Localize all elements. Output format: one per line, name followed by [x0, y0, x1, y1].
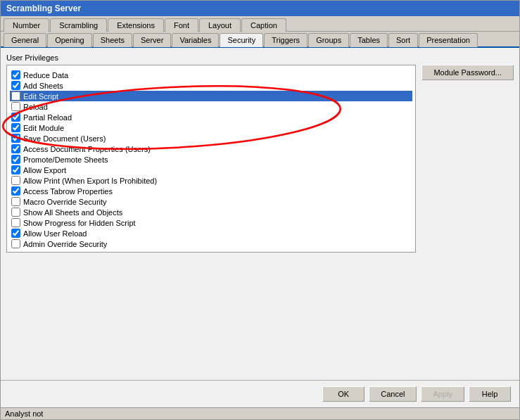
checkbox-item-access_document_properties_users[interactable]: Access Document Properties (Users): [10, 144, 412, 154]
checkbox-edit_module[interactable]: [11, 123, 20, 132]
tab-number[interactable]: Number: [4, 18, 49, 32]
checkbox-partial_reload[interactable]: [11, 113, 20, 122]
checkbox-item-partial_reload[interactable]: Partial Reload: [10, 112, 412, 122]
titlebar: Scrambling Server: [1, 1, 519, 16]
tab-scrambling[interactable]: Scrambling: [50, 18, 107, 32]
checkbox-access_document_properties_users[interactable]: [11, 144, 20, 153]
tab-row-2: General Opening Sheets Server Variables …: [1, 32, 519, 48]
tab-sort[interactable]: Sort: [388, 33, 418, 47]
module-password-button[interactable]: Module Password...: [421, 65, 514, 80]
checkbox-item-edit_script[interactable]: Edit Script: [10, 91, 412, 101]
tab-opening[interactable]: Opening: [47, 33, 92, 47]
checkbox-label-admin_override_security: Admin Override Security: [23, 240, 107, 248]
checkbox-label-show_all_sheets_objects: Show All Sheets and Objects: [23, 208, 122, 217]
tab-caption[interactable]: Caption: [241, 18, 286, 32]
checkbox-reduce_data[interactable]: [11, 70, 20, 79]
checkbox-label-show_progress_hidden_script: Show Progress for Hidden Script: [23, 219, 136, 227]
tab-variables[interactable]: Variables: [172, 33, 219, 47]
checkbox-item-show_progress_hidden_script[interactable]: Show Progress for Hidden Script: [10, 217, 412, 228]
checkbox-show_all_sheets_objects[interactable]: [11, 208, 20, 217]
checkbox-label-reload: Reload: [23, 103, 48, 111]
checkbox-allow_print[interactable]: [11, 176, 20, 185]
checkbox-item-admin_override_security[interactable]: Admin Override Security: [10, 238, 412, 249]
checkbox-label-allow_print: Allow Print (When Export Is Prohibited): [23, 177, 157, 185]
dialog-title: Scrambling Server: [6, 4, 81, 13]
checkbox-item-edit_module[interactable]: Edit Module: [10, 122, 412, 133]
checkbox-item-allow_export[interactable]: Allow Export: [10, 165, 412, 175]
status-text: Analyst not: [5, 409, 43, 418]
section-label: User Privileges: [6, 53, 514, 62]
dialog: Scrambling Server Number Scrambling Exte…: [0, 0, 520, 420]
cancel-button[interactable]: Cancel: [369, 386, 417, 402]
tab-server[interactable]: Server: [133, 33, 171, 47]
checkbox-access_tabrow_properties[interactable]: [11, 186, 20, 196]
ok-button[interactable]: OK: [322, 386, 364, 402]
tab-general[interactable]: General: [4, 33, 46, 47]
checkbox-label-edit_module: Edit Module: [23, 124, 64, 132]
tab-layout[interactable]: Layout: [199, 18, 241, 32]
checkbox-reload[interactable]: [11, 102, 20, 111]
checkbox-item-allow_print[interactable]: Allow Print (When Export Is Prohibited): [10, 175, 412, 186]
help-button[interactable]: Help: [469, 386, 511, 402]
status-bar: Analyst not: [1, 407, 519, 419]
checkbox-label-macro_override_security: Macro Override Security: [23, 198, 107, 206]
checkbox-label-allow_user_reload: Allow User Reload: [23, 229, 87, 238]
tab-tables[interactable]: Tables: [350, 33, 388, 47]
main-content: User Privileges Reduce DataAdd SheetsEdi…: [1, 48, 519, 380]
privileges-list: Reduce DataAdd SheetsEdit ScriptReloadPa…: [10, 70, 412, 249]
checkbox-item-show_all_sheets_objects[interactable]: Show All Sheets and Objects: [10, 207, 412, 217]
checkbox-label-reduce_data: Reduce Data: [23, 71, 68, 79]
bottom-bar: OK Cancel Apply Help: [1, 380, 519, 407]
tab-triggers[interactable]: Triggers: [264, 33, 307, 47]
checkbox-show_progress_hidden_script[interactable]: [11, 218, 20, 227]
apply-button[interactable]: Apply: [421, 386, 464, 402]
checkbox-item-reduce_data[interactable]: Reduce Data: [10, 70, 412, 80]
checkbox-edit_script[interactable]: [11, 91, 20, 101]
checkbox-item-add_sheets[interactable]: Add Sheets: [10, 80, 412, 91]
checkbox-item-macro_override_security[interactable]: Macro Override Security: [10, 196, 412, 207]
checkbox-label-access_document_properties_users: Access Document Properties (Users): [23, 145, 151, 153]
checkbox-label-promote_demote_sheets: Promote/Demote Sheets: [23, 155, 108, 164]
checkbox-item-reload[interactable]: Reload: [10, 101, 412, 112]
tab-groups[interactable]: Groups: [308, 33, 349, 47]
tab-extensions[interactable]: Extensions: [108, 18, 164, 32]
tab-presentation[interactable]: Presentation: [419, 33, 478, 47]
checkbox-item-promote_demote_sheets[interactable]: Promote/Demote Sheets: [10, 154, 412, 165]
checkbox-label-access_tabrow_properties: Access Tabrow Properties: [23, 187, 113, 196]
checkbox-save_document_users[interactable]: [11, 134, 20, 143]
checkbox-label-add_sheets: Add Sheets: [23, 82, 63, 90]
checkbox-label-allow_export: Allow Export: [23, 166, 66, 174]
checkbox-admin_override_security[interactable]: [11, 239, 20, 248]
checkbox-promote_demote_sheets[interactable]: [11, 155, 20, 164]
checkbox-allow_user_reload[interactable]: [11, 229, 20, 238]
tab-sheets[interactable]: Sheets: [93, 33, 132, 47]
tab-row-1: Number Scrambling Extensions Font Layout…: [1, 16, 519, 32]
checkbox-label-edit_script: Edit Script: [23, 92, 58, 101]
checkbox-item-allow_user_reload[interactable]: Allow User Reload: [10, 228, 412, 238]
checkbox-add_sheets[interactable]: [11, 81, 20, 90]
checkbox-label-save_document_users: Save Document (Users): [23, 134, 106, 143]
checkbox-item-save_document_users[interactable]: Save Document (Users): [10, 133, 412, 144]
checkbox-item-access_tabrow_properties[interactable]: Access Tabrow Properties: [10, 186, 412, 196]
tab-security[interactable]: Security: [220, 33, 263, 47]
checkbox-label-partial_reload: Partial Reload: [23, 113, 72, 122]
tab-font[interactable]: Font: [165, 18, 198, 32]
privileges-box: Reduce DataAdd SheetsEdit ScriptReloadPa…: [6, 65, 416, 253]
checkbox-macro_override_security[interactable]: [11, 197, 20, 206]
checkbox-allow_export[interactable]: [11, 165, 20, 174]
